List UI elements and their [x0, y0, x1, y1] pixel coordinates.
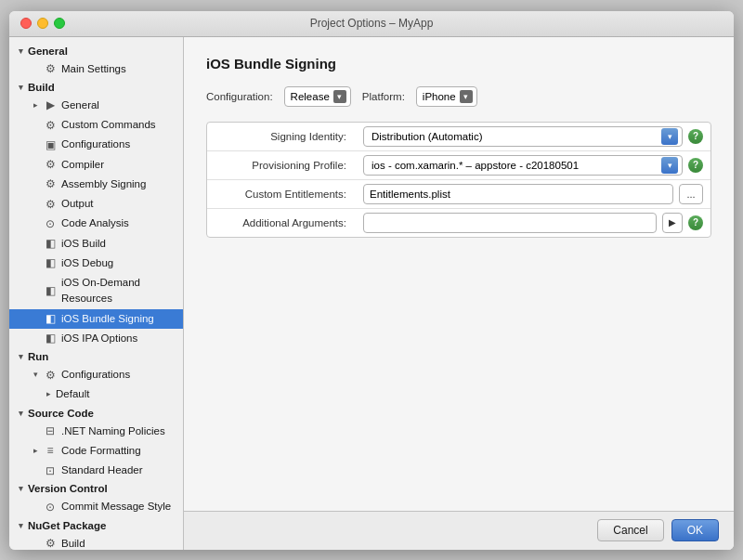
sidebar-label-assembly-signing: Assembly Signing — [61, 176, 146, 192]
gear-icon — [43, 61, 58, 76]
sidebar-item-assembly-signing[interactable]: Assembly Signing — [9, 175, 183, 194]
sidebar-label-commit-message: Commit Message Style — [61, 499, 171, 514]
form-row-custom-entitlements: Custom Entitlements: ... — [207, 180, 710, 209]
form-row-provisioning-profile: Provisioning Profile: ios - com.xamarin.… — [207, 151, 710, 180]
section-source-code-label: Source Code — [28, 408, 94, 419]
ios-bundle-signing-icon — [43, 311, 58, 326]
play-icon — [43, 98, 58, 112]
ios-ipa-icon — [43, 331, 58, 345]
footer: Cancel OK — [184, 511, 734, 550]
sidebar-label-net-naming: .NET Naming Policies — [61, 423, 165, 439]
sidebar-item-ios-ipa-options[interactable]: iOS IPA Options — [9, 329, 183, 348]
provisioning-profile-content: ios - com.xamarin.* – appstore - c201805… — [356, 151, 710, 179]
project-options-window: Project Options – MyApp General Main Set… — [9, 11, 734, 550]
custom-entitlements-input[interactable] — [363, 184, 673, 204]
main-content: iOS Bundle Signing Configuration: Releas… — [184, 37, 734, 550]
sidebar-label-ios-build: iOS Build — [61, 236, 106, 252]
sidebar-item-custom-commands[interactable]: Custom Commands — [9, 115, 183, 135]
additional-arguments-input[interactable] — [363, 213, 657, 233]
build-nuget-icon — [43, 536, 58, 549]
form-table: Signing Identity: Distribution (Automati… — [206, 122, 711, 238]
sidebar-label-code-formatting: Code Formatting — [61, 443, 141, 459]
window-body: General Main Settings Build General Cust… — [9, 37, 734, 550]
sidebar-label-ios-bundle-signing: iOS Bundle Signing — [61, 311, 154, 327]
sidebar-item-ios-debug[interactable]: iOS Debug — [9, 254, 183, 273]
sidebar-item-commit-message[interactable]: Commit Message Style — [9, 497, 183, 516]
custom-entitlements-label: Custom Entitlements: — [207, 183, 356, 205]
sidebar-section-nuget[interactable]: NuGet Package — [9, 517, 183, 534]
sidebar-item-ios-build[interactable]: iOS Build — [9, 234, 183, 254]
sidebar-label-general-build: General — [61, 98, 99, 113]
sidebar-label-custom-commands: Custom Commands — [61, 117, 156, 133]
sidebar-label-output: Output — [61, 196, 94, 212]
additional-arguments-play[interactable] — [662, 213, 683, 233]
sidebar-label-configurations: Configurations — [61, 137, 130, 152]
sidebar-label-standard-header: Standard Header — [61, 462, 143, 478]
sidebar-label-default: Default — [56, 386, 89, 402]
fmt-icon — [43, 443, 58, 458]
platform-value: iPhone — [423, 91, 456, 102]
sidebar-section-general[interactable]: General — [9, 43, 183, 59]
minimize-button[interactable] — [37, 18, 48, 29]
sidebar-item-output[interactable]: Output — [9, 194, 183, 214]
signing-identity-dropdown-btn[interactable] — [661, 128, 678, 145]
provisioning-profile-dropdown[interactable]: ios - com.xamarin.* – appstore - c201805… — [363, 155, 683, 176]
maximize-button[interactable] — [54, 18, 65, 29]
custom-entitlements-ellipsis[interactable]: ... — [679, 184, 703, 204]
sidebar-label-ios-debug: iOS Debug — [61, 255, 113, 271]
additional-arguments-help[interactable]: ? — [688, 215, 703, 230]
sidebar-item-code-formatting[interactable]: Code Formatting — [9, 441, 183, 461]
cancel-button[interactable]: Cancel — [597, 519, 663, 541]
sidebar-section-build[interactable]: Build — [9, 79, 183, 96]
platform-label: Platform: — [362, 91, 405, 102]
sidebar-item-build-nuget[interactable]: Build — [9, 534, 183, 550]
provisioning-help[interactable]: ? — [688, 158, 703, 173]
arrow-source-code — [15, 409, 26, 418]
section-general-label: General — [28, 46, 68, 57]
signing-identity-help[interactable]: ? — [688, 129, 703, 144]
sidebar-item-compiler[interactable]: Compiler — [9, 155, 183, 175]
sidebar-label-configurations-run: Configurations — [61, 367, 130, 383]
provisioning-dropdown-btn[interactable] — [661, 157, 678, 174]
ios-on-demand-icon — [43, 283, 58, 298]
commit-icon — [43, 500, 58, 514]
sidebar-item-default[interactable]: Default — [9, 384, 183, 404]
provisioning-profile-label: Provisioning Profile: — [207, 154, 356, 176]
provisioning-profile-value: ios - com.xamarin.* – appstore - c201805… — [372, 160, 661, 171]
sidebar-item-code-analysis[interactable]: Code Analysis — [9, 214, 183, 233]
ok-button[interactable]: OK — [671, 519, 719, 541]
arrow-general — [15, 46, 26, 56]
sidebar-item-configurations[interactable]: Configurations — [9, 135, 183, 154]
section-build-label: Build — [28, 82, 55, 93]
ios-build-icon — [43, 236, 58, 251]
sidebar-item-standard-header[interactable]: Standard Header — [9, 461, 183, 480]
config-icon — [43, 137, 58, 152]
sidebar-label-code-analysis: Code Analysis — [61, 215, 129, 231]
sidebar-item-ios-bundle-signing[interactable]: iOS Bundle Signing — [9, 309, 183, 329]
signing-identity-dropdown[interactable]: Distribution (Automatic) — [363, 126, 683, 147]
sidebar-item-ios-on-demand[interactable]: iOS On-Demand Resources — [9, 273, 183, 309]
sidebar-section-run[interactable]: Run — [9, 348, 183, 365]
configuration-dropdown-arrow — [333, 90, 346, 103]
sidebar-item-net-naming[interactable]: .NET Naming Policies — [9, 422, 183, 441]
sidebar-item-general-build[interactable]: General — [9, 96, 183, 115]
close-button[interactable] — [20, 18, 32, 29]
gear-icon-2 — [43, 118, 58, 133]
sidebar-item-main-settings[interactable]: Main Settings — [9, 59, 183, 79]
config-row: Configuration: Release Platform: iPhone — [206, 86, 711, 107]
section-run-label: Run — [28, 351, 48, 362]
custom-entitlements-content: ... — [356, 180, 710, 208]
arrow-version-control — [15, 484, 26, 493]
sidebar-section-source-code[interactable]: Source Code — [9, 405, 183, 422]
gear-icon-5 — [43, 197, 58, 212]
platform-dropdown-arrow — [460, 90, 473, 103]
sidebar-label-compiler: Compiler — [61, 157, 104, 173]
sidebar-item-configurations-run[interactable]: Configurations — [9, 365, 183, 384]
content-area: iOS Bundle Signing Configuration: Releas… — [184, 37, 734, 511]
platform-select[interactable]: iPhone — [416, 86, 477, 107]
section-version-control-label: Version Control — [28, 483, 108, 494]
sidebar-section-version-control[interactable]: Version Control — [9, 480, 183, 497]
gear-icon-3 — [43, 157, 58, 172]
title-bar: Project Options – MyApp — [9, 11, 734, 37]
configuration-select[interactable]: Release — [284, 86, 351, 107]
